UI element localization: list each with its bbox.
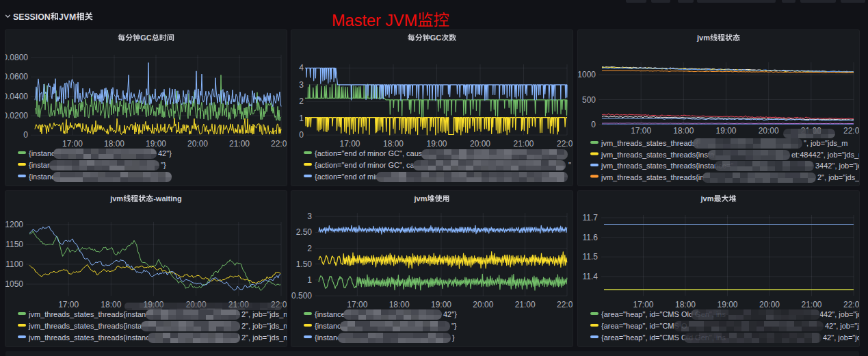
svg-text:GC: GC: [430, 34, 442, 42]
svg-text:0.0200: 0.0200: [5, 111, 28, 120]
svg-text:2: 2: [307, 244, 312, 253]
svg-text:0: 0: [591, 120, 596, 129]
svg-text:Master JVM: Master JVM: [332, 12, 417, 29]
svg-text:1000: 1000: [578, 70, 596, 79]
svg-text:21:00: 21:00: [513, 139, 534, 149]
svg-text:1: 1: [299, 114, 304, 123]
svg-text:42"}: 42"}: [158, 149, 172, 157]
svg-text:2.50: 2.50: [296, 227, 313, 237]
svg-text:0: 0: [299, 130, 304, 140]
svg-text:20:00: 20:00: [473, 300, 493, 309]
svg-text:jvm_threads_states_threads{ins: jvm_threads_states_threads{instance=": [601, 162, 733, 170]
svg-text:jvm: jvm: [700, 194, 714, 203]
svg-text:2", job="jds_m: 2", job="jds_m: [241, 333, 287, 342]
svg-text:19:00: 19:00: [717, 300, 737, 309]
svg-text:17:00: 17:00: [62, 139, 83, 149]
svg-text:jvm: jvm: [696, 34, 710, 42]
svg-text:jvm_threads_states_threads{ins: jvm_threads_states_threads{instance=": [28, 310, 161, 318]
svg-text:4: 4: [299, 63, 304, 73]
svg-text:jvm_threads_states_threads{: jvm_threads_states_threads{: [601, 139, 698, 147]
svg-text:17:00: 17:00: [339, 139, 360, 149]
svg-text:11.7: 11.7: [583, 213, 599, 222]
svg-text:0.500: 0.500: [291, 291, 312, 301]
svg-text:2: 2: [299, 97, 304, 106]
svg-text:1150: 1150: [5, 240, 23, 249]
svg-text:SESSION: SESSION: [13, 12, 51, 22]
svg-text:}: }: [452, 333, 455, 342]
svg-text:1.50: 1.50: [296, 259, 313, 269]
svg-text:3: 3: [299, 80, 304, 90]
svg-text:18:00: 18:00: [675, 300, 696, 309]
svg-text:0.0400: 0.0400: [5, 92, 28, 101]
svg-text:500: 500: [582, 95, 596, 105]
svg-text:18:00: 18:00: [383, 139, 404, 149]
svg-text:22:00: 22:00: [557, 139, 573, 149]
svg-text:11.6: 11.6: [583, 233, 599, 242]
svg-text:21:00: 21:00: [229, 139, 250, 149]
svg-text:0.0600: 0.0600: [5, 72, 28, 81]
svg-text:1: 1: [307, 275, 312, 285]
svg-text:22:00: 22:00: [843, 300, 859, 309]
svg-text:jvm_threads_states_threads{in: jvm_threads_states_threads{in: [601, 173, 704, 181]
svg-text:{action="end of minor GC", cau: {action="end of minor GC", cause="Al: [315, 149, 440, 157]
svg-text:3: 3: [307, 212, 312, 221]
svg-text:22:00: 22:00: [843, 126, 859, 136]
svg-text:1050: 1050: [5, 279, 23, 289]
svg-text:18:00: 18:00: [673, 126, 694, 136]
svg-text:et:48442", job="jds_m: et:48442", job="jds_m: [791, 151, 859, 159]
svg-text:JVM: JVM: [59, 12, 76, 22]
svg-text:1200: 1200: [5, 220, 23, 229]
svg-text:42", job="jd: 42", job="jd: [825, 322, 859, 330]
svg-text:2", job="jds_m: 2", job="jds_m: [241, 310, 287, 318]
svg-text:": ": [568, 161, 571, 169]
svg-text:22:00: 22:00: [271, 139, 287, 149]
svg-text:2", job="jds_m: 2", job="jds_m: [241, 322, 287, 330]
svg-text:17:00: 17:00: [58, 300, 79, 309]
svg-text:jvm_threads_states_threads{ins: jvm_threads_states_threads{instance=": [28, 333, 161, 342]
svg-text:"}: "}: [451, 322, 457, 330]
svg-text:22:00: 22:00: [557, 300, 573, 309]
svg-text:"}: "}: [161, 161, 166, 169]
svg-text:3442", job="jds_m: 3442", job="jds_m: [815, 162, 859, 170]
svg-text:20:00: 20:00: [759, 126, 779, 136]
svg-text:20:00: 20:00: [187, 139, 208, 149]
svg-text:19:00: 19:00: [146, 139, 166, 149]
svg-text:19:00: 19:00: [426, 139, 447, 149]
svg-text:17:00: 17:00: [347, 300, 367, 309]
svg-text:2", job="jds_m: 2", job="jds_m: [817, 173, 859, 181]
svg-text:0.0800: 0.0800: [5, 53, 28, 62]
svg-text:20:00: 20:00: [470, 139, 490, 149]
svg-text:18:00: 18:00: [101, 300, 121, 309]
svg-text:42", job="jd: 42", job="jd: [823, 333, 859, 342]
svg-text:18:00: 18:00: [389, 300, 410, 309]
svg-text:21:00: 21:00: [515, 300, 536, 309]
svg-text:11.5: 11.5: [583, 252, 599, 262]
svg-text:jvm_threads_states_threads{ins: jvm_threads_states_threads{instance: [28, 322, 154, 330]
svg-text:GC: GC: [140, 34, 152, 42]
svg-text:442", job="jd: 442", job="jd: [819, 310, 859, 318]
svg-text:jvm_threads_states_threads{ins: jvm_threads_states_threads{insta: [601, 151, 715, 159]
svg-text:jvm: jvm: [109, 194, 123, 203]
svg-text:42"}: 42"}: [443, 310, 457, 318]
svg-text:18:00: 18:00: [104, 139, 124, 149]
svg-text:-waiting: -waiting: [153, 194, 182, 203]
svg-text:", job="jds_m: ", job="jds_m: [804, 139, 847, 147]
svg-text:11.4: 11.4: [583, 272, 599, 281]
svg-text:17:00: 17:00: [631, 126, 651, 136]
svg-text:17:00: 17:00: [633, 300, 653, 309]
svg-text:21:00: 21:00: [801, 300, 821, 309]
svg-text:0: 0: [23, 130, 28, 140]
svg-text:20:00: 20:00: [759, 300, 780, 309]
svg-text:19:00: 19:00: [715, 126, 736, 136]
svg-text:1100: 1100: [5, 259, 23, 269]
svg-text:19:00: 19:00: [431, 300, 451, 309]
svg-text:jvm: jvm: [414, 194, 428, 203]
